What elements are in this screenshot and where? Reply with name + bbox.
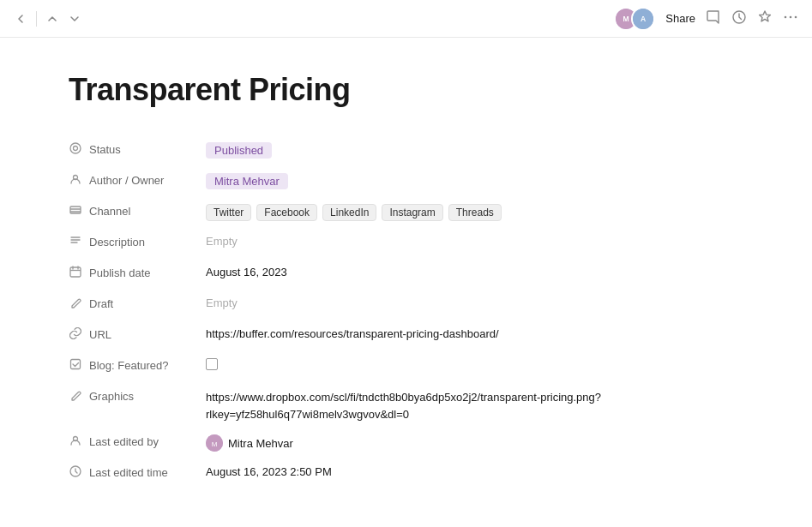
graphics-icon [69,389,82,404]
publish-date-value[interactable]: August 16, 2023 [206,264,743,278]
channel-tag-instagram[interactable]: Instagram [382,204,442,221]
graphics-value[interactable]: https://www.dropbox.com/scl/fi/tndcth8b0… [206,387,743,422]
svg-point-6 [790,15,792,18]
svg-text:M: M [212,440,218,448]
last-edited-by-author: M Mitra Mehvar [206,434,293,452]
url-value[interactable]: https://buffer.com/resources/transparent… [206,326,743,340]
property-blog-featured: Blog: Featured? [69,351,743,382]
property-publish-date: Publish date August 16, 2023 [69,259,743,290]
star-icon[interactable] [757,9,773,28]
description-value[interactable]: Empty [206,233,743,248]
last-edited-time-text: August 16, 2023 2:50 PM [206,465,332,478]
draft-empty: Empty [206,296,238,309]
blog-featured-value[interactable] [206,356,743,370]
author-badge[interactable]: Mitra Mehvar [206,173,288,189]
publish-date-text: August 16, 2023 [206,266,287,278]
properties: Status Published Author / Owner Mitra Me… [69,135,743,489]
comment-icon[interactable] [706,9,721,28]
status-value[interactable]: Published [206,141,743,159]
toolbar-left [14,11,81,27]
property-url: URL https://buffer.com/resources/transpa… [69,320,743,351]
blog-featured-label: Blog: Featured? [69,356,206,373]
svg-rect-11 [70,207,81,213]
author-label: Author / Owner [69,171,206,188]
draft-icon [69,296,82,311]
history-icon[interactable] [731,9,747,28]
channel-tags[interactable]: Twitter Facebook LinkedIn Instagram Thre… [206,202,743,221]
share-button[interactable]: Share [665,12,695,25]
more-icon[interactable] [783,9,798,28]
description-empty: Empty [206,235,238,248]
graphics-label: Graphics [69,387,206,404]
draft-value[interactable]: Empty [206,295,743,309]
clock-icon [69,465,82,480]
description-icon [69,235,82,249]
channel-tag-threads[interactable]: Threads [448,204,502,221]
calendar-icon [69,266,82,280]
page-content: Transparent Pricing Status Published Aut… [0,38,812,527]
svg-text:M: M [623,15,629,23]
property-draft: Draft Empty [69,290,743,320]
svg-point-5 [785,15,787,18]
svg-point-7 [795,15,797,18]
property-graphics: Graphics https://www.dropbox.com/scl/fi/… [69,382,743,428]
svg-rect-13 [71,360,81,369]
url-text[interactable]: https://buffer.com/resources/transparent… [206,327,499,340]
back-icon[interactable] [14,12,27,26]
svg-point-8 [70,143,81,153]
last-edited-time-value: August 16, 2023 2:50 PM [206,464,743,478]
last-edited-by-icon [69,434,82,449]
svg-text:A: A [641,15,646,23]
property-last-edited-by: Last edited by M Mitra Mehvar [69,428,743,458]
toolbar-right: M A Share [614,7,798,31]
channel-tag-facebook[interactable]: Facebook [256,204,317,221]
blog-featured-checkbox[interactable] [206,358,218,370]
nav-down-icon[interactable] [68,12,81,26]
toolbar-divider [36,11,37,27]
property-description: Description Empty [69,228,743,259]
property-status: Status Published [69,135,743,166]
channel-tag-linkedin[interactable]: LinkedIn [322,204,376,221]
url-label: URL [69,326,206,342]
status-badge[interactable]: Published [206,142,272,159]
status-icon [69,142,82,157]
draft-label: Draft [69,295,206,311]
last-edited-by-label: Last edited by [69,433,206,449]
channel-label: Channel [69,202,206,219]
nav-up-icon[interactable] [45,12,59,26]
status-label: Status [69,141,206,157]
graphics-url-text[interactable]: https://www.dropbox.com/scl/fi/tndcth8b0… [206,389,743,422]
svg-point-9 [74,147,78,151]
property-author: Author / Owner Mitra Mehvar [69,166,743,197]
toolbar: M A Share [0,0,812,38]
property-last-edited-time: Last edited time August 16, 2023 2:50 PM [69,458,743,489]
author-icon [69,173,82,188]
last-edited-by-value: M Mitra Mehvar [206,433,743,452]
link-icon [69,327,82,342]
channel-icon [69,204,82,219]
svg-rect-12 [70,267,81,277]
avatar-2: A [631,7,655,31]
property-channel: Channel Twitter Facebook LinkedIn Instag… [69,197,743,228]
last-edited-by-avatar: M [206,434,223,452]
description-label: Description [69,233,206,249]
avatar-group: M A [614,7,655,31]
page-title: Transparent Pricing [69,72,743,108]
author-value[interactable]: Mitra Mehvar [206,171,743,189]
publish-date-label: Publish date [69,264,206,280]
last-edited-by-name: Mitra Mehvar [228,437,293,450]
last-edited-time-label: Last edited time [69,464,206,480]
checkbox-icon [69,358,82,373]
channel-tag-twitter[interactable]: Twitter [206,204,251,221]
